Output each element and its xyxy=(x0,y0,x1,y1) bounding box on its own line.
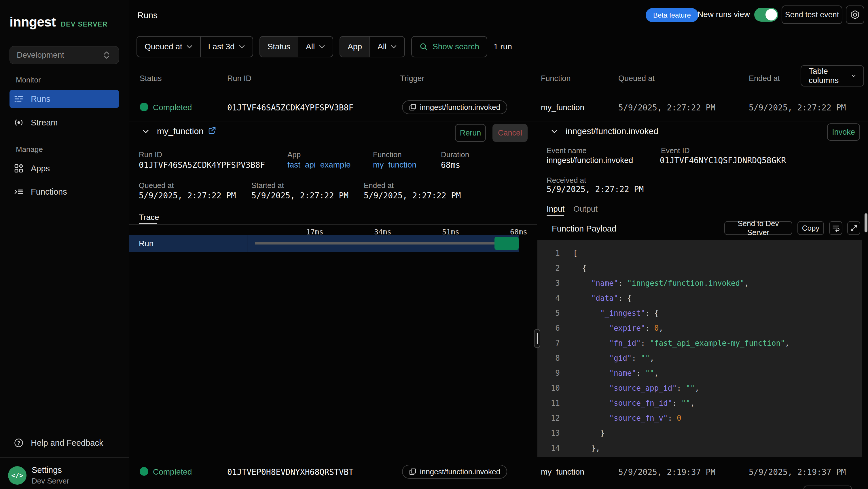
table-row[interactable]: Completed 01JTVF46SA5ZCDK4YPFSPV3B8F inn… xyxy=(129,92,868,121)
trace-span-run[interactable]: Run xyxy=(129,235,519,252)
sidebar-section-manage: Manage xyxy=(16,145,43,154)
duration-label: Duration xyxy=(441,150,469,159)
send-to-dev-server-button[interactable]: Send to Dev Server xyxy=(724,221,792,235)
panel-resize-handle[interactable] xyxy=(534,329,540,348)
function-link[interactable]: my_function xyxy=(373,160,416,170)
filter-bar: Queued at Last 3d Status All App All xyxy=(129,29,868,64)
send-test-event-button[interactable]: Send test event xyxy=(782,5,842,24)
line-number: 5 xyxy=(537,306,560,321)
trigger-badge[interactable]: inngest/function.invoked xyxy=(402,100,507,114)
new-runs-view-toggle[interactable] xyxy=(754,8,778,22)
external-link-icon[interactable] xyxy=(208,126,217,136)
event-title: inngest/function.invoked xyxy=(566,126,658,136)
help-label: Help and Feedback xyxy=(31,438,103,448)
trace-span-label: Run xyxy=(139,239,154,248)
run-queued-at: 5/9/2025, 2:19:37 PM xyxy=(618,467,715,477)
trigger-name: inngest/function.invoked xyxy=(420,103,500,112)
sidebar-section-monitor: Monitor xyxy=(16,76,41,85)
tab-trace[interactable]: Trace xyxy=(139,213,159,222)
ended-at-value: 5/9/2025, 2:27:22 PM xyxy=(364,191,461,200)
settings-gear-button[interactable] xyxy=(846,5,864,24)
sidebar-item-runs[interactable]: Runs xyxy=(9,90,119,108)
runs-icon xyxy=(13,94,24,104)
trace-exec-segment xyxy=(494,237,519,250)
sidebar-item-functions[interactable]: Functions xyxy=(9,182,119,201)
app-filter[interactable]: App All xyxy=(340,36,405,57)
line-number: 4 xyxy=(537,291,560,306)
code-line: 13 } xyxy=(537,426,862,440)
page-title: Runs xyxy=(137,10,158,20)
resize-grip xyxy=(537,333,538,344)
app-link[interactable]: fast_api_example xyxy=(287,160,350,170)
code-line: 1[ xyxy=(537,246,862,261)
collapse-caret-icon[interactable] xyxy=(550,127,559,136)
copy-button[interactable]: Copy xyxy=(798,221,824,235)
main-area: Runs Beta feature New runs view Send tes… xyxy=(129,0,868,489)
payload-code[interactable]: 1[2 {3 "name": "inngest/function.invoked… xyxy=(537,240,862,457)
status-filter-value-segment[interactable]: All xyxy=(298,37,333,57)
topbar: Runs Beta feature New runs view Send tes… xyxy=(129,0,868,29)
help-and-feedback[interactable]: ? Help and Feedback xyxy=(9,434,119,452)
function-label: Function xyxy=(373,150,402,159)
select-chevrons-icon xyxy=(101,50,112,60)
line-number: 12 xyxy=(537,410,560,426)
trace-queued-segment xyxy=(255,242,494,244)
time-field-segment[interactable]: Queued at xyxy=(137,37,200,57)
inngest-logo: inngest xyxy=(9,14,56,30)
show-search-button[interactable]: Show search xyxy=(411,36,487,57)
rerun-button[interactable]: Rerun xyxy=(455,124,486,142)
app-filter-value: All xyxy=(377,42,386,51)
scrollbar-thumb[interactable] xyxy=(865,213,867,232)
sidebar-item-label: Apps xyxy=(31,164,50,173)
code-line: 5 "_inngest": { xyxy=(537,306,862,321)
time-range-segment[interactable]: Last 3d xyxy=(200,37,253,57)
trace-panel: my_function Rerun Cancel Run ID 01JTVF46… xyxy=(129,122,537,459)
settings-entry[interactable]: </> Settings Dev Server xyxy=(8,465,69,486)
search-icon xyxy=(419,42,428,51)
chevron-down-icon xyxy=(239,45,245,49)
code-line: 4 "data": { xyxy=(537,291,862,306)
invoke-button[interactable]: Invoke xyxy=(827,123,860,141)
status-filter[interactable]: Status All xyxy=(259,36,334,57)
event-icon xyxy=(409,104,416,111)
event-name-value: inngest/function.invoked xyxy=(547,156,633,165)
trigger-badge[interactable]: inngest/function.invoked xyxy=(402,465,507,479)
sidebar-item-apps[interactable]: Apps xyxy=(9,159,119,178)
run-status: Completed xyxy=(153,467,192,477)
functions-icon xyxy=(13,186,24,197)
app-filter-value-segment[interactable]: All xyxy=(370,37,404,57)
toggle-knob xyxy=(766,9,777,21)
run-ended-at: 5/9/2025, 2:27:22 PM xyxy=(749,103,846,112)
received-at-label: Received at xyxy=(547,176,586,185)
tab-output[interactable]: Output xyxy=(574,204,597,214)
workspace-select-value: Development xyxy=(17,51,64,60)
run-function: my_function xyxy=(541,467,584,477)
sidebar-item-label: Runs xyxy=(31,94,51,104)
sidebar: inngest DEV SERVER Development Monitor xyxy=(0,0,129,489)
code-line: 6 "expire": 0, xyxy=(537,321,862,336)
received-at-value: 5/9/2025, 2:27:22 PM xyxy=(547,184,644,194)
workspace-select[interactable]: Development xyxy=(9,46,119,64)
queued-at-value: 5/9/2025, 2:27:22 PM xyxy=(139,191,236,200)
run-status: Completed xyxy=(153,103,192,112)
line-number: 2 xyxy=(537,261,560,276)
trigger-name: inngest/function.invoked xyxy=(420,467,500,476)
tabs-divider xyxy=(537,216,868,216)
time-field-filter[interactable]: Queued at Last 3d xyxy=(136,36,253,57)
chevron-down-icon xyxy=(319,45,325,49)
collapse-caret-icon[interactable] xyxy=(141,127,150,136)
line-number: 3 xyxy=(537,276,560,291)
expand-button[interactable] xyxy=(847,221,860,235)
sidebar-item-stream[interactable]: Stream xyxy=(9,113,119,132)
run-id: 01JTVF46SA5ZCDK4YPFSPV3B8F xyxy=(227,103,353,112)
trace-divider xyxy=(129,224,537,225)
word-wrap-icon xyxy=(832,224,840,232)
chevron-down-icon xyxy=(391,45,397,49)
table-row[interactable]: Completed 01JTVEP0H8EVDNYXH68QRSTVBT inn… xyxy=(129,459,868,483)
tab-input[interactable]: Input xyxy=(547,204,564,214)
line-number: 14 xyxy=(537,440,560,456)
run-queued-at: 5/9/2025, 2:27:22 PM xyxy=(618,103,715,112)
cancel-button[interactable]: Cancel xyxy=(492,124,528,142)
word-wrap-button[interactable] xyxy=(829,221,842,235)
code-line: 3 "name": "inngest/function.invoked", xyxy=(537,276,862,291)
